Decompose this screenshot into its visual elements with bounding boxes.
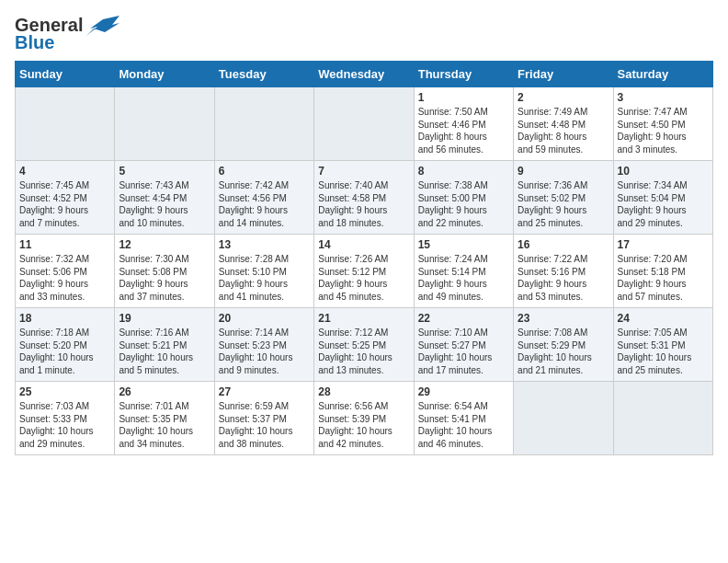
calendar-cell: 8Sunrise: 7:38 AM Sunset: 5:00 PM Daylig… <box>414 161 513 235</box>
calendar-cell: 22Sunrise: 7:10 AM Sunset: 5:27 PM Dayli… <box>414 308 513 382</box>
day-number: 19 <box>119 312 210 325</box>
calendar-cell: 16Sunrise: 7:22 AM Sunset: 5:16 PM Dayli… <box>514 235 613 308</box>
calendar-row-5: 25Sunrise: 7:03 AM Sunset: 5:33 PM Dayli… <box>16 382 713 455</box>
day-info: Sunrise: 6:59 AM Sunset: 5:37 PM Dayligh… <box>219 400 310 450</box>
day-number: 2 <box>518 91 609 104</box>
calendar-row-4: 18Sunrise: 7:18 AM Sunset: 5:20 PM Dayli… <box>16 308 713 382</box>
calendar-cell: 11Sunrise: 7:32 AM Sunset: 5:06 PM Dayli… <box>16 235 115 308</box>
day-info: Sunrise: 7:22 AM Sunset: 5:16 PM Dayligh… <box>518 253 609 303</box>
day-number: 29 <box>418 385 509 398</box>
day-number: 7 <box>318 165 409 178</box>
day-number: 24 <box>618 312 709 325</box>
calendar-cell <box>115 87 214 161</box>
day-info: Sunrise: 7:50 AM Sunset: 4:46 PM Dayligh… <box>418 106 509 155</box>
logo: General Blue <box>15 15 119 53</box>
day-number: 22 <box>418 312 509 325</box>
day-number: 14 <box>318 238 409 251</box>
day-number: 26 <box>119 385 210 398</box>
day-number: 13 <box>219 238 310 251</box>
calendar-cell: 13Sunrise: 7:28 AM Sunset: 5:10 PM Dayli… <box>214 235 313 308</box>
col-header-wednesday: Wednesday <box>314 62 414 87</box>
calendar-cell: 6Sunrise: 7:42 AM Sunset: 4:56 PM Daylig… <box>214 161 313 235</box>
day-number: 20 <box>219 312 310 325</box>
day-number: 11 <box>19 238 110 251</box>
day-number: 8 <box>418 165 509 178</box>
day-info: Sunrise: 7:14 AM Sunset: 5:23 PM Dayligh… <box>219 327 310 376</box>
logo-text-blue: Blue <box>15 32 54 53</box>
calendar-cell: 19Sunrise: 7:16 AM Sunset: 5:21 PM Dayli… <box>115 308 214 382</box>
day-info: Sunrise: 7:05 AM Sunset: 5:31 PM Dayligh… <box>618 327 709 376</box>
col-header-saturday: Saturday <box>613 62 712 87</box>
day-number: 12 <box>119 238 210 251</box>
day-number: 15 <box>418 238 509 251</box>
calendar-cell: 5Sunrise: 7:43 AM Sunset: 4:54 PM Daylig… <box>115 161 214 235</box>
calendar-cell: 15Sunrise: 7:24 AM Sunset: 5:14 PM Dayli… <box>414 235 513 308</box>
calendar-row-1: 1Sunrise: 7:50 AM Sunset: 4:46 PM Daylig… <box>16 87 713 161</box>
day-info: Sunrise: 7:28 AM Sunset: 5:10 PM Dayligh… <box>219 253 310 303</box>
col-header-friday: Friday <box>514 62 613 87</box>
day-number: 23 <box>518 312 609 325</box>
day-info: Sunrise: 7:01 AM Sunset: 5:35 PM Dayligh… <box>119 400 210 450</box>
day-info: Sunrise: 7:34 AM Sunset: 5:04 PM Dayligh… <box>618 179 709 229</box>
calendar-cell: 7Sunrise: 7:40 AM Sunset: 4:58 PM Daylig… <box>314 161 414 235</box>
calendar-cell <box>314 87 414 161</box>
calendar-cell: 10Sunrise: 7:34 AM Sunset: 5:04 PM Dayli… <box>613 161 712 235</box>
calendar-cell <box>613 382 712 455</box>
calendar-cell: 28Sunrise: 6:56 AM Sunset: 5:39 PM Dayli… <box>314 382 414 455</box>
day-info: Sunrise: 7:24 AM Sunset: 5:14 PM Dayligh… <box>418 253 509 303</box>
calendar-cell <box>514 382 613 455</box>
day-info: Sunrise: 7:38 AM Sunset: 5:00 PM Dayligh… <box>418 179 509 229</box>
day-number: 6 <box>219 165 310 178</box>
col-header-monday: Monday <box>115 62 214 87</box>
day-info: Sunrise: 7:36 AM Sunset: 5:02 PM Dayligh… <box>518 179 609 229</box>
calendar-cell: 12Sunrise: 7:30 AM Sunset: 5:08 PM Dayli… <box>115 235 214 308</box>
page-header: General Blue <box>15 15 713 53</box>
day-info: Sunrise: 7:12 AM Sunset: 5:25 PM Dayligh… <box>318 327 409 376</box>
calendar-cell: 21Sunrise: 7:12 AM Sunset: 5:25 PM Dayli… <box>314 308 414 382</box>
day-number: 1 <box>418 91 509 104</box>
calendar-cell: 26Sunrise: 7:01 AM Sunset: 5:35 PM Dayli… <box>115 382 214 455</box>
calendar-cell: 25Sunrise: 7:03 AM Sunset: 5:33 PM Dayli… <box>16 382 115 455</box>
day-info: Sunrise: 7:18 AM Sunset: 5:20 PM Dayligh… <box>19 327 110 376</box>
day-info: Sunrise: 7:32 AM Sunset: 5:06 PM Dayligh… <box>19 253 110 303</box>
calendar-cell: 24Sunrise: 7:05 AM Sunset: 5:31 PM Dayli… <box>613 308 712 382</box>
calendar-cell <box>214 87 313 161</box>
day-info: Sunrise: 7:03 AM Sunset: 5:33 PM Dayligh… <box>19 400 110 450</box>
calendar-cell: 14Sunrise: 7:26 AM Sunset: 5:12 PM Dayli… <box>314 235 414 308</box>
calendar-cell: 29Sunrise: 6:54 AM Sunset: 5:41 PM Dayli… <box>414 382 513 455</box>
day-info: Sunrise: 7:20 AM Sunset: 5:18 PM Dayligh… <box>618 253 709 303</box>
calendar-table: SundayMondayTuesdayWednesdayThursdayFrid… <box>15 61 713 455</box>
day-number: 28 <box>318 385 409 398</box>
day-info: Sunrise: 7:08 AM Sunset: 5:29 PM Dayligh… <box>518 327 609 376</box>
calendar-row-3: 11Sunrise: 7:32 AM Sunset: 5:06 PM Dayli… <box>16 235 713 308</box>
col-header-tuesday: Tuesday <box>214 62 313 87</box>
logo-bird-icon <box>86 16 119 36</box>
day-number: 17 <box>618 238 709 251</box>
day-info: Sunrise: 7:45 AM Sunset: 4:52 PM Dayligh… <box>19 179 110 229</box>
calendar-cell <box>16 87 115 161</box>
day-number: 18 <box>19 312 110 325</box>
day-info: Sunrise: 7:30 AM Sunset: 5:08 PM Dayligh… <box>119 253 210 303</box>
calendar-cell: 4Sunrise: 7:45 AM Sunset: 4:52 PM Daylig… <box>16 161 115 235</box>
day-info: Sunrise: 7:40 AM Sunset: 4:58 PM Dayligh… <box>318 179 409 229</box>
day-info: Sunrise: 7:43 AM Sunset: 4:54 PM Dayligh… <box>119 179 210 229</box>
calendar-cell: 27Sunrise: 6:59 AM Sunset: 5:37 PM Dayli… <box>214 382 313 455</box>
calendar-cell: 20Sunrise: 7:14 AM Sunset: 5:23 PM Dayli… <box>214 308 313 382</box>
day-number: 4 <box>19 165 110 178</box>
calendar-row-2: 4Sunrise: 7:45 AM Sunset: 4:52 PM Daylig… <box>16 161 713 235</box>
calendar-cell: 1Sunrise: 7:50 AM Sunset: 4:46 PM Daylig… <box>414 87 513 161</box>
day-info: Sunrise: 7:10 AM Sunset: 5:27 PM Dayligh… <box>418 327 509 376</box>
day-number: 5 <box>119 165 210 178</box>
calendar-cell: 23Sunrise: 7:08 AM Sunset: 5:29 PM Dayli… <box>514 308 613 382</box>
day-info: Sunrise: 7:26 AM Sunset: 5:12 PM Dayligh… <box>318 253 409 303</box>
day-info: Sunrise: 6:54 AM Sunset: 5:41 PM Dayligh… <box>418 400 509 450</box>
col-header-sunday: Sunday <box>16 62 115 87</box>
col-header-thursday: Thursday <box>414 62 513 87</box>
calendar-cell: 9Sunrise: 7:36 AM Sunset: 5:02 PM Daylig… <box>514 161 613 235</box>
svg-marker-0 <box>86 16 119 36</box>
day-number: 25 <box>19 385 110 398</box>
day-info: Sunrise: 6:56 AM Sunset: 5:39 PM Dayligh… <box>318 400 409 450</box>
day-info: Sunrise: 7:42 AM Sunset: 4:56 PM Dayligh… <box>219 179 310 229</box>
day-info: Sunrise: 7:49 AM Sunset: 4:48 PM Dayligh… <box>518 106 609 155</box>
calendar-cell: 18Sunrise: 7:18 AM Sunset: 5:20 PM Dayli… <box>16 308 115 382</box>
